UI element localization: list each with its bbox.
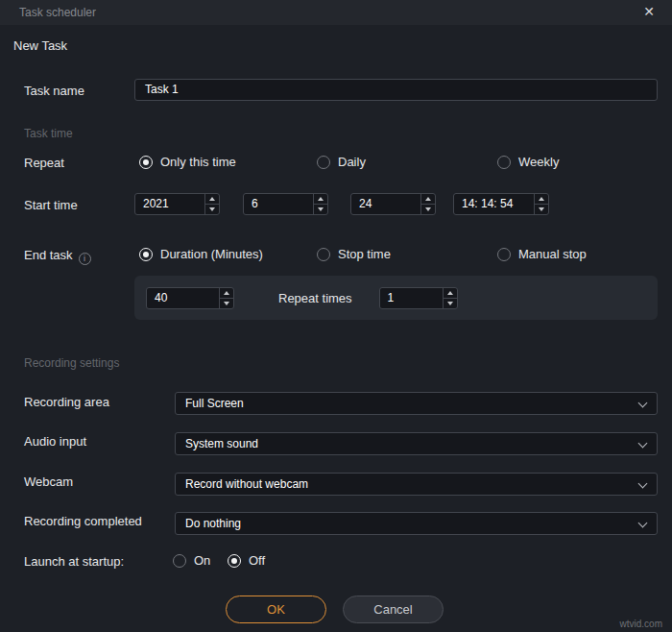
- radio-label: Daily: [338, 155, 366, 169]
- ok-button[interactable]: OK: [226, 596, 326, 623]
- end-option-stop-time[interactable]: Stop time: [317, 247, 391, 261]
- dialog-title: Task scheduler: [19, 6, 96, 19]
- spinner-up-icon[interactable]: [314, 194, 327, 205]
- repeat-option-weekly[interactable]: Weekly: [497, 155, 559, 169]
- radio-off[interactable]: [228, 554, 241, 568]
- spinner-down-icon[interactable]: [421, 205, 435, 214]
- start-month-spinner[interactable]: 6: [243, 193, 328, 215]
- recording-completed-label: Recording completed: [24, 514, 142, 528]
- spinner-down-icon[interactable]: [205, 205, 219, 214]
- repeat-option-only-this-time[interactable]: Only this time: [139, 155, 236, 169]
- radio-label: Manual stop: [518, 247, 587, 261]
- radio-duration[interactable]: [139, 248, 153, 261]
- spinner-arrows: [219, 288, 233, 308]
- repeat-times-spinner[interactable]: 1: [379, 287, 458, 309]
- radio-on[interactable]: [173, 554, 186, 568]
- spinner-arrows: [313, 194, 327, 214]
- end-task-label-text: End task: [24, 248, 73, 262]
- duration-minutes-spinner[interactable]: 40: [146, 287, 234, 309]
- titlebar: Task scheduler ✕: [0, 0, 672, 25]
- repeat-times-value[interactable]: 1: [380, 288, 443, 308]
- repeat-option-daily[interactable]: Daily: [317, 155, 366, 169]
- start-time-label: Start time: [24, 198, 78, 212]
- spinner-up-icon[interactable]: [421, 194, 435, 205]
- spinner-down-icon[interactable]: [444, 299, 457, 308]
- webcam-dropdown[interactable]: Record without webcam: [175, 473, 658, 496]
- chevron-down-icon: [638, 399, 648, 408]
- radio-label: Off: [249, 553, 265, 568]
- task-time-section-header: Task time: [24, 127, 73, 140]
- dropdown-value: Record without webcam: [185, 477, 308, 491]
- chevron-down-icon: [638, 439, 648, 449]
- spinner-up-icon[interactable]: [205, 194, 219, 205]
- launch-option-on[interactable]: On: [173, 553, 210, 568]
- spinner-arrows: [420, 194, 435, 214]
- spinner-down-icon[interactable]: [314, 205, 327, 214]
- audio-input-label: Audio input: [24, 434, 86, 449]
- radio-label: Weekly: [518, 155, 559, 169]
- chevron-down-icon: [638, 479, 648, 489]
- task-name-label: Task name: [24, 84, 84, 98]
- dropdown-value: Do nothing: [185, 517, 241, 530]
- repeat-times-label: Repeat times: [278, 291, 352, 305]
- recording-settings-section-header: Recording settings: [24, 356, 119, 370]
- spinner-arrows: [204, 194, 219, 214]
- recording-area-label: Recording area: [24, 395, 109, 409]
- radio-label: On: [194, 553, 210, 568]
- start-clock-spinner[interactable]: 14: 14: 54: [453, 193, 549, 215]
- end-option-manual-stop[interactable]: Manual stop: [497, 247, 587, 261]
- dropdown-value: Full Screen: [185, 397, 244, 410]
- start-year-value[interactable]: 2021: [135, 194, 204, 214]
- spinner-arrows: [443, 288, 457, 308]
- recording-area-dropdown[interactable]: Full Screen: [175, 392, 658, 415]
- start-day-value[interactable]: 24: [351, 194, 420, 214]
- radio-stop-time[interactable]: [317, 248, 330, 261]
- end-task-label: End taski: [24, 248, 91, 265]
- duration-minutes-value[interactable]: 40: [147, 288, 219, 308]
- audio-input-dropdown[interactable]: System sound: [175, 432, 658, 455]
- radio-daily[interactable]: [317, 156, 330, 169]
- webcam-label: Webcam: [24, 474, 73, 489]
- spinner-down-icon[interactable]: [220, 299, 233, 308]
- repeat-label: Repeat: [24, 156, 64, 170]
- radio-label: Stop time: [338, 247, 391, 261]
- radio-label: Only this time: [160, 155, 236, 169]
- spinner-arrows: [534, 194, 548, 214]
- close-icon[interactable]: ✕: [643, 4, 655, 19]
- spinner-up-icon[interactable]: [220, 288, 233, 299]
- start-year-spinner[interactable]: 2021: [134, 193, 220, 215]
- recording-completed-dropdown[interactable]: Do nothing: [175, 512, 658, 535]
- watermark: wtvid.com: [620, 619, 662, 629]
- chevron-down-icon: [638, 519, 648, 528]
- radio-only-this-time[interactable]: [139, 156, 153, 169]
- dropdown-value: System sound: [185, 437, 258, 450]
- duration-panel: 40 Repeat times 1: [134, 276, 658, 320]
- end-option-duration[interactable]: Duration (Minutes): [139, 247, 263, 261]
- start-day-spinner[interactable]: 24: [350, 193, 436, 215]
- cancel-button[interactable]: Cancel: [343, 596, 444, 623]
- spinner-up-icon[interactable]: [444, 288, 457, 299]
- new-task-heading: New Task: [13, 38, 67, 53]
- launch-option-off[interactable]: Off: [228, 553, 265, 568]
- launch-at-startup-label: Launch at startup:: [24, 554, 124, 569]
- start-month-value[interactable]: 6: [244, 194, 313, 214]
- task-name-input[interactable]: Task 1: [134, 79, 658, 101]
- radio-label: Duration (Minutes): [160, 247, 263, 261]
- spinner-up-icon[interactable]: [535, 194, 548, 205]
- radio-weekly[interactable]: [497, 156, 511, 169]
- info-icon[interactable]: i: [79, 253, 91, 265]
- spinner-down-icon[interactable]: [535, 205, 548, 214]
- radio-manual-stop[interactable]: [497, 248, 511, 261]
- start-clock-value[interactable]: 14: 14: 54: [454, 194, 534, 214]
